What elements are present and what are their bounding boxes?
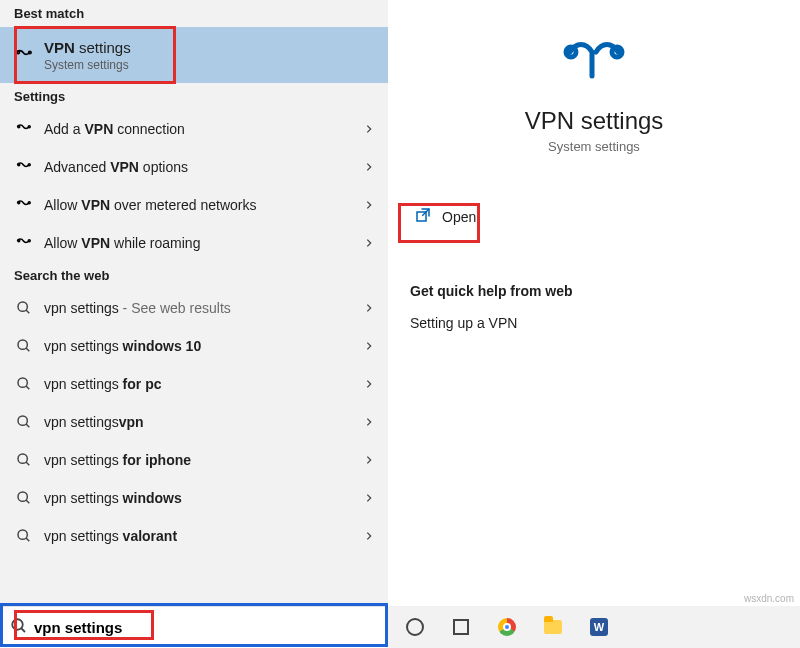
chevron-right-icon [364, 490, 374, 506]
web-suggestion-item[interactable]: vpn settings valorant [0, 517, 388, 555]
chevron-right-icon [364, 235, 374, 251]
search-input[interactable] [34, 619, 378, 636]
chevron-right-icon [364, 121, 374, 137]
vpn-icon [14, 196, 34, 214]
svg-line-11 [26, 310, 29, 313]
search-icon [14, 414, 34, 430]
open-label: Open [442, 209, 476, 225]
search-icon [14, 338, 34, 354]
svg-line-15 [26, 386, 29, 389]
svg-point-22 [18, 530, 27, 539]
open-icon [414, 206, 432, 227]
settings-item[interactable]: Allow VPN while roaming [0, 224, 388, 262]
svg-point-4 [18, 164, 20, 166]
vpn-icon [14, 45, 34, 65]
watermark: wsxdn.com [744, 593, 794, 604]
chevron-right-icon [364, 300, 374, 316]
search-icon [14, 452, 34, 468]
help-link-setup-vpn[interactable]: Setting up a VPN [410, 315, 778, 331]
quick-help-title: Get quick help from web [410, 283, 778, 299]
search-web-header: Search the web [0, 262, 388, 289]
best-match-result[interactable]: VPN settings System settings [0, 27, 388, 83]
svg-point-16 [18, 416, 27, 425]
svg-line-13 [26, 348, 29, 351]
chevron-right-icon [364, 338, 374, 354]
chevron-right-icon [364, 528, 374, 544]
svg-point-0 [17, 51, 20, 54]
chrome-icon[interactable] [494, 614, 520, 640]
svg-point-20 [18, 492, 27, 501]
svg-line-25 [21, 628, 25, 632]
settings-item[interactable]: Allow VPN over metered networks [0, 186, 388, 224]
word-icon[interactable]: W [586, 614, 612, 640]
web-suggestion-item[interactable]: vpn settings for iphone [0, 441, 388, 479]
web-item-label: vpn settings valorant [44, 528, 364, 544]
chevron-right-icon [364, 197, 374, 213]
vpn-icon [14, 158, 34, 176]
settings-item[interactable]: Add a VPN connection [0, 110, 388, 148]
open-button[interactable]: Open [414, 206, 778, 227]
web-suggestion-item[interactable]: vpn settings windows 10 [0, 327, 388, 365]
settings-list: Add a VPN connectionAdvanced VPN options… [0, 110, 388, 262]
taskbar: W [388, 606, 800, 648]
search-icon [10, 617, 28, 638]
svg-point-2 [18, 126, 20, 128]
detail-title: VPN settings [525, 107, 664, 135]
settings-item-label: Allow VPN over metered networks [44, 197, 364, 213]
svg-line-17 [26, 424, 29, 427]
cortana-icon[interactable] [402, 614, 428, 640]
web-suggestion-item[interactable]: vpn settings - See web results [0, 289, 388, 327]
chevron-right-icon [364, 376, 374, 392]
svg-point-18 [18, 454, 27, 463]
result-detail-pane: VPN settings System settings Open Get qu… [388, 0, 800, 606]
settings-item-label: Allow VPN while roaming [44, 235, 364, 251]
web-item-label: vpn settings for pc [44, 376, 364, 392]
chevron-right-icon [364, 452, 374, 468]
web-item-label: vpn settings for iphone [44, 452, 364, 468]
settings-item-label: Advanced VPN options [44, 159, 364, 175]
best-match-texts: VPN settings System settings [44, 39, 131, 72]
svg-point-6 [18, 202, 20, 204]
search-icon [14, 376, 34, 392]
settings-header: Settings [0, 83, 388, 110]
web-suggestion-item[interactable]: vpn settings for pc [0, 365, 388, 403]
detail-subtitle: System settings [548, 139, 640, 154]
web-item-label: vpn settings windows [44, 490, 364, 506]
search-bar[interactable] [0, 606, 388, 648]
search-icon [14, 490, 34, 506]
vpn-icon [14, 234, 34, 252]
settings-item-label: Add a VPN connection [44, 121, 364, 137]
settings-item[interactable]: Advanced VPN options [0, 148, 388, 186]
search-icon [14, 300, 34, 316]
web-suggestion-item[interactable]: vpn settingsvpn [0, 403, 388, 441]
search-results-pane: Best match VPN settings System settings … [0, 0, 388, 648]
web-item-label: vpn settingsvpn [44, 414, 364, 430]
chevron-right-icon [364, 414, 374, 430]
vpn-icon [14, 120, 34, 138]
web-item-label: vpn settings windows 10 [44, 338, 364, 354]
web-item-label: vpn settings - See web results [44, 300, 364, 316]
svg-point-10 [18, 302, 27, 311]
svg-point-8 [18, 240, 20, 242]
search-icon [14, 528, 34, 544]
svg-line-21 [26, 500, 29, 503]
svg-line-19 [26, 462, 29, 465]
svg-point-24 [12, 619, 23, 630]
web-suggestions-list: vpn settings - See web resultsvpn settin… [0, 289, 388, 648]
file-explorer-icon[interactable] [540, 614, 566, 640]
svg-line-23 [26, 538, 29, 541]
best-match-header: Best match [0, 0, 388, 27]
svg-point-14 [18, 378, 27, 387]
task-view-icon[interactable] [448, 614, 474, 640]
svg-point-12 [18, 340, 27, 349]
chevron-right-icon [364, 159, 374, 175]
vpn-large-icon [562, 38, 626, 87]
web-suggestion-item[interactable]: vpn settings windows [0, 479, 388, 517]
